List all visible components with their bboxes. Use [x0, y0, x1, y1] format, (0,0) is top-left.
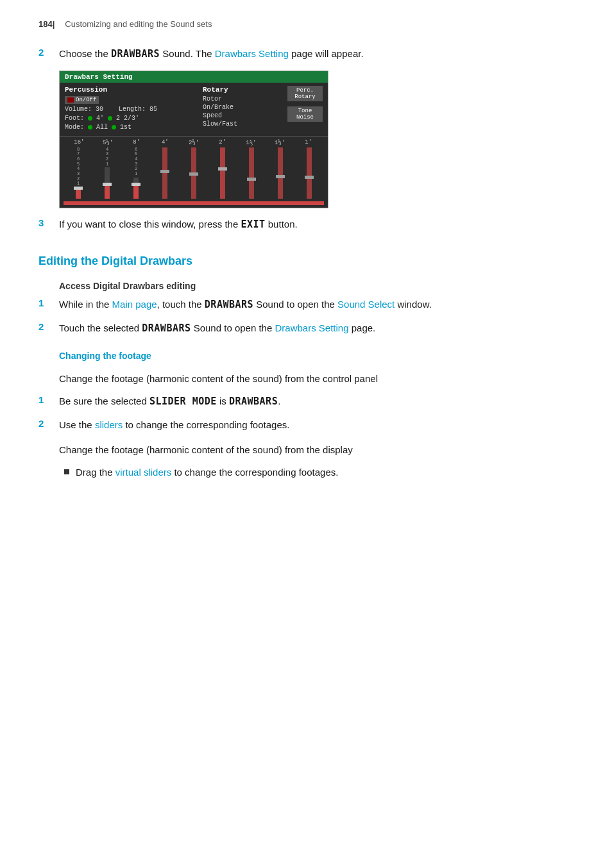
slider-fill-8 [133, 186, 139, 199]
foot-row: Foot: 4' 2 2/3' [65, 115, 195, 122]
slider-223 [180, 147, 207, 199]
step-3-block: 3 If you want to close this window, pres… [38, 217, 574, 232]
step2b-sliders: sliders [95, 419, 123, 430]
step1a-post: Sound to open the [253, 299, 337, 310]
ruler-223: 2⅔' [180, 139, 208, 146]
access-step-2: 2 Touch the selected DRAWBARS Sound to o… [38, 321, 574, 336]
slider-handle-4 [160, 170, 169, 173]
bullet-pre: Drag the [76, 467, 115, 478]
control-step-num-1: 1 [38, 394, 49, 409]
slider-4 [151, 147, 178, 199]
mode-val2: 1st [120, 124, 132, 131]
step2a-pre: Touch the selected [59, 322, 142, 333]
bullet-text: Drag the virtual sliders to change the c… [76, 465, 338, 480]
change-control-text: Change the footage (harmonic content of … [59, 371, 574, 387]
step1a-mid: , touch the [157, 299, 205, 310]
step1a-drawbars: DRAWBARS [205, 299, 253, 310]
mode-row: Mode: All 1st [65, 124, 195, 131]
ruler-2: 2' [208, 139, 237, 146]
bullet-end: to change the corresponding footages. [171, 467, 338, 478]
foot-val2: 2 2/3' [116, 115, 139, 122]
step2b-end: to change the corresponding footages. [123, 419, 289, 430]
on-off-box [67, 97, 74, 103]
ruler-16: 16' [65, 139, 94, 146]
slider-113 [267, 147, 294, 199]
bullet-item-drag: Drag the virtual sliders to change the c… [59, 465, 574, 480]
slider-fill-4 [162, 173, 167, 199]
control-step-2-text: Use the sliders to change the correspond… [59, 418, 289, 433]
ruler-8: 8' [122, 139, 151, 146]
volume-label: Volume: [65, 106, 92, 113]
slider-16: 87654321 [65, 147, 92, 199]
drawbars-screenshot: Drawbars Setting Percussion On/Off Volum… [59, 71, 328, 208]
step-3-text: If you want to close this window, press … [59, 217, 298, 232]
access-step-2-text: Touch the selected DRAWBARS Sound to ope… [59, 321, 375, 336]
step2a-drawbars: DRAWBARS [142, 322, 191, 334]
volume-value: 30 [96, 106, 103, 113]
slider-fill-135 [249, 181, 254, 199]
percussion-title: Percussion [65, 86, 195, 94]
slider-track-513 [105, 167, 110, 198]
mode-label: Mode: [65, 124, 84, 131]
access-step-1: 1 While in the Main page, touch the DRAW… [38, 297, 574, 312]
bullet-icon [64, 469, 69, 474]
volume-row: Volume: 30 Length: 85 [65, 106, 195, 113]
page-number: 184| [38, 19, 55, 29]
slow-fast-row: Slow/Fast [203, 121, 280, 128]
control-step-1-text: Be sure the selected SLIDER MODE is DRAW… [59, 394, 280, 409]
step1a-end: window. [395, 299, 432, 310]
page-header: 184| Customizing and editing the Sound s… [38, 19, 574, 29]
slider-track-2 [220, 147, 225, 199]
step2-end: page will appear. [289, 48, 364, 59]
step1b-slider: SLIDER MODE [149, 396, 217, 407]
screenshot-header: Drawbars Setting [60, 71, 328, 83]
speed-row: Speed [203, 112, 280, 119]
step1b-pre: Be sure the selected [59, 396, 149, 406]
drawbars-sliders: 87654321 4321 654321 [64, 147, 324, 199]
access-step-num-1: 1 [38, 297, 49, 312]
tone-noise-btn: Tone Noise [287, 106, 323, 122]
percussion-section: Percussion On/Off Volume: 30 Length: 85 … [65, 86, 195, 133]
control-step-1: 1 Be sure the selected SLIDER MODE is DR… [38, 394, 574, 409]
slider-fill-513 [105, 186, 110, 198]
step2a-mid: Sound to open the [191, 322, 275, 333]
changing-footage-heading: Changing the footage [59, 351, 574, 361]
step1a-pre: While in the [59, 299, 112, 310]
bottom-bar [64, 201, 324, 205]
slider-track-113 [278, 147, 283, 199]
editing-heading: Editing the Digital Drawbars [38, 255, 574, 268]
foot-label: Foot: [65, 115, 84, 122]
step1a-sound: Sound Select [337, 299, 395, 310]
step-number-2: 2 [38, 47, 49, 62]
step2a-setting: Drawbars Setting [275, 322, 348, 333]
slider-track-223 [191, 147, 196, 199]
slider-handle-1 [305, 176, 314, 179]
slider-8: 654321 [123, 147, 149, 199]
slider-track-1 [307, 147, 312, 199]
slider-513: 4321 [94, 147, 121, 199]
rotor-row: Rotor [203, 96, 280, 103]
on-off-label: On/Off [76, 97, 96, 103]
step2a-end: page. [349, 322, 376, 333]
slider-fill-16 [76, 190, 81, 198]
access-steps: 1 While in the Main page, touch the DRAW… [38, 297, 574, 335]
control-step-2: 2 Use the sliders to change the correspo… [38, 418, 574, 433]
foot-val1: 4' [96, 115, 104, 122]
step2-drawbars: DRAWBARS [111, 48, 160, 60]
slider-fill-223 [191, 176, 196, 199]
drawbars-sliders-section: 16' 5⅓' 8' 4' 2⅔' 2' 1⅗' 1⅓' 1' 87654321… [60, 137, 328, 208]
chapter-title: Customizing and editing the Sound sets [65, 19, 212, 29]
slider-track-4 [162, 147, 167, 199]
mode-val1: All [96, 124, 108, 131]
control-step-num-2: 2 [38, 418, 49, 433]
length-label: Length: [119, 106, 146, 113]
slider-handle-135 [247, 178, 256, 181]
ruler-4: 4' [151, 139, 180, 146]
slider-track-8 [133, 178, 139, 199]
slider-handle-16 [74, 187, 83, 190]
slider-handle-513 [103, 183, 112, 186]
slider-fill-2 [220, 171, 225, 199]
ruler-1: 1' [294, 139, 323, 146]
bullet-sliders: virtual sliders [115, 467, 172, 478]
ruler-513: 5⅓' [94, 139, 123, 146]
